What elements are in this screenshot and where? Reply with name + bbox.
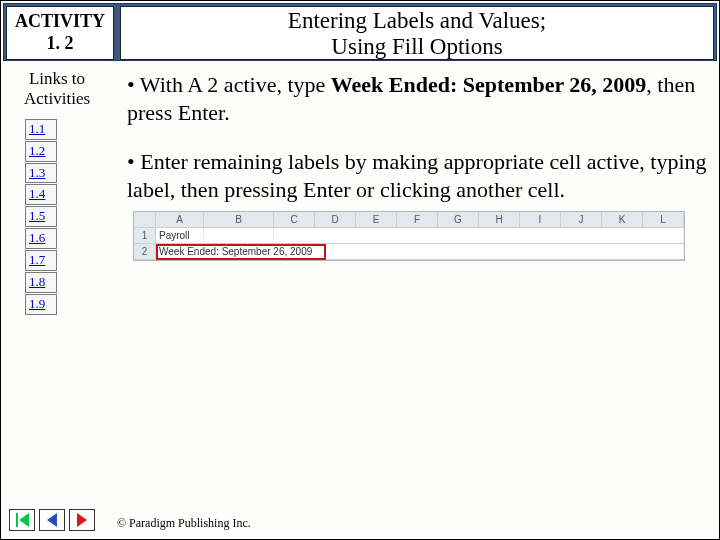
sidebar: Links to Activities 1.1 1.2 1.3 1.4 1.5 … bbox=[3, 65, 111, 316]
col-B: B bbox=[204, 212, 274, 227]
col-A: A bbox=[156, 212, 204, 227]
col-K: K bbox=[602, 212, 643, 227]
column-header-row: A B C D E F G H I J K L bbox=[134, 212, 684, 228]
cell-B1 bbox=[204, 228, 274, 243]
bullet-2: • Enter remaining labels by making appro… bbox=[115, 142, 717, 205]
row-1-header: 1 bbox=[134, 228, 156, 243]
cell-A2: Week Ended: September 26, 2009 bbox=[156, 244, 684, 259]
slide-title: Entering Labels and Values; Using Fill O… bbox=[120, 6, 714, 60]
col-C: C bbox=[274, 212, 315, 227]
next-slide-button[interactable] bbox=[69, 509, 95, 531]
col-D: D bbox=[315, 212, 356, 227]
title-line-1: Entering Labels and Values; bbox=[121, 8, 713, 34]
row-2-header: 2 bbox=[134, 244, 156, 259]
activity-link-1-4[interactable]: 1.4 bbox=[25, 184, 57, 205]
cell-A1: Payroll bbox=[156, 228, 204, 243]
col-I: I bbox=[520, 212, 561, 227]
content-area: • With A 2 active, type Week Ended: Sept… bbox=[115, 65, 717, 261]
col-F: F bbox=[397, 212, 438, 227]
activity-link-1-1[interactable]: 1.1 bbox=[25, 119, 57, 140]
activity-link-1-3[interactable]: 1.3 bbox=[25, 163, 57, 184]
activity-link-1-5[interactable]: 1.5 bbox=[25, 206, 57, 227]
previous-slide-button[interactable] bbox=[39, 509, 65, 531]
links-heading-2: Activities bbox=[5, 89, 109, 109]
header-bar: ACTIVITY 1. 2 Entering Labels and Values… bbox=[3, 3, 717, 61]
select-all-corner bbox=[134, 212, 156, 227]
col-J: J bbox=[561, 212, 602, 227]
row-2: 2 Week Ended: September 26, 2009 bbox=[134, 244, 684, 260]
first-icon bbox=[19, 513, 29, 527]
bullet-1-pre: • With A 2 active, type bbox=[127, 72, 331, 97]
col-H: H bbox=[479, 212, 520, 227]
activity-link-1-6[interactable]: 1.6 bbox=[25, 228, 57, 249]
activity-link-1-8[interactable]: 1.8 bbox=[25, 272, 57, 293]
row-1: 1 Payroll bbox=[134, 228, 684, 244]
cells-rest-1 bbox=[274, 228, 684, 243]
next-icon bbox=[77, 513, 87, 527]
links-heading-1: Links to bbox=[5, 69, 109, 89]
footer-copyright: © Paradigm Publishing Inc. bbox=[117, 516, 251, 531]
bullet-1: • With A 2 active, type Week Ended: Sept… bbox=[115, 65, 717, 128]
title-line-2: Using Fill Options bbox=[121, 34, 713, 60]
col-G: G bbox=[438, 212, 479, 227]
activity-link-1-9[interactable]: 1.9 bbox=[25, 294, 57, 315]
bar-icon bbox=[16, 513, 18, 527]
first-slide-button[interactable] bbox=[9, 509, 35, 531]
activity-box: ACTIVITY 1. 2 bbox=[6, 6, 114, 60]
nav-controls bbox=[9, 509, 95, 531]
activity-link-1-7[interactable]: 1.7 bbox=[25, 250, 57, 271]
links-heading: Links to Activities bbox=[3, 65, 111, 118]
activity-number: 1. 2 bbox=[7, 33, 113, 55]
col-L: L bbox=[643, 212, 684, 227]
activity-label: ACTIVITY bbox=[7, 11, 113, 33]
col-E: E bbox=[356, 212, 397, 227]
prev-icon bbox=[47, 513, 57, 527]
bullet-1-bold: Week Ended: September 26, 2009 bbox=[331, 72, 647, 97]
activity-link-1-2[interactable]: 1.2 bbox=[25, 141, 57, 162]
spreadsheet-screenshot: A B C D E F G H I J K L 1 Payroll 2 Week… bbox=[133, 211, 685, 261]
